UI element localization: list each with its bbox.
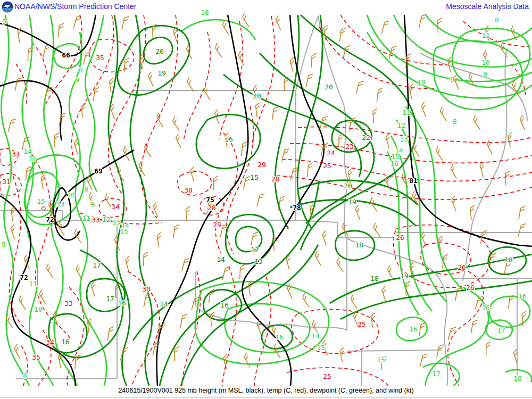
wind-barb (38, 289, 49, 304)
wind-barb (171, 117, 183, 131)
contour-line (178, 171, 212, 195)
wind-barb (153, 202, 162, 217)
wind-barb (419, 13, 426, 28)
height-label: 75 (206, 196, 214, 204)
wind-barb (214, 43, 226, 57)
dew-light-label: 9 (483, 70, 487, 78)
dew-dark-label: 20 (325, 83, 333, 91)
wind-barb (125, 256, 133, 271)
wind-barb (251, 231, 258, 246)
contour-line (196, 272, 347, 330)
wind-barb (240, 264, 245, 279)
wind-barb (186, 77, 197, 92)
wind-barb (173, 224, 179, 239)
contour-line (347, 350, 442, 386)
wind-barb (451, 196, 460, 211)
contour-line (420, 53, 528, 121)
wind-barb (519, 205, 526, 220)
wind-barb (8, 118, 16, 133)
wind-barb (311, 53, 316, 68)
temp-label: 25 (323, 162, 331, 170)
wind-barb (272, 106, 278, 121)
dew-light-label: 9 (2, 240, 6, 248)
wind-barb (409, 84, 415, 99)
wind-barb (386, 265, 397, 279)
wind-barb (182, 257, 189, 272)
wind-barb (306, 73, 313, 88)
wind-barb (257, 193, 265, 207)
wind-barb (381, 20, 389, 35)
dew-light-label: 8 (23, 372, 27, 380)
temp-label: 29 (257, 161, 266, 169)
dew-dark-label: 12 (251, 246, 259, 254)
dew-dark-label: 14 (217, 255, 225, 263)
temp-label: 34 (111, 203, 120, 211)
dew-light-label: 15 (317, 344, 325, 352)
wind-barb (508, 132, 514, 147)
wind-barb (505, 171, 510, 185)
temp-label: 25 (323, 372, 331, 380)
contour-line (282, 160, 532, 181)
wind-barb (470, 205, 476, 220)
wind-barb (282, 147, 289, 162)
wind-barb (87, 319, 93, 334)
dew-dark-label: 17 (93, 261, 101, 269)
wind-barb (518, 222, 526, 237)
wind-barb (255, 103, 261, 118)
dew-dark-label: 15 (250, 173, 259, 181)
dew-light-label: 13 (400, 135, 408, 143)
wind-barb (486, 140, 496, 155)
wind-barb (447, 57, 454, 72)
contour-line (277, 176, 532, 200)
dew-dark-label: 18 (370, 275, 379, 282)
wind-barb (243, 353, 254, 367)
contour-line (184, 32, 210, 141)
dew-light-label: 9 (76, 76, 80, 84)
contour-line (287, 368, 388, 386)
bottom-divider (0, 397, 532, 398)
contour-line (227, 106, 254, 254)
dew-dark-label: 19 (400, 272, 409, 280)
temp-label: 34 (46, 338, 54, 346)
dew-dark-label: 20 (253, 92, 261, 100)
contour-line (182, 271, 201, 386)
dew-light-label: 16 (513, 375, 522, 383)
dew-light-label: 11 (29, 280, 37, 288)
height-label: 72 (46, 215, 54, 223)
temp-label: 26 (458, 263, 466, 271)
wind-barb (244, 176, 251, 190)
wind-barb (40, 174, 47, 189)
dew-light-label: 15 (377, 356, 385, 364)
dew-light-label: 8 (495, 16, 499, 24)
wind-barb (371, 313, 377, 328)
wind-barb (472, 115, 484, 130)
dew-light-label: 16 (481, 304, 490, 312)
wind-barb (471, 319, 477, 334)
wind-barb (174, 347, 179, 361)
dew-dark-label: 17 (106, 295, 114, 303)
temp-label: 25 (358, 320, 366, 328)
wind-barb (147, 72, 157, 87)
wind-barb (385, 134, 393, 148)
temp-label: 29 (213, 221, 221, 229)
wind-barb (356, 80, 364, 95)
height-label: 72 (20, 273, 28, 281)
contour-line (226, 214, 273, 264)
dew-light-label: 12 (102, 215, 111, 223)
wind-barb (90, 281, 98, 296)
wind-barb (81, 103, 87, 118)
header-bar: NOAA/NWS/Storm Prediction Center Mesosca… (0, 0, 532, 14)
dew-light-label: 15 (37, 197, 45, 205)
wind-barb (321, 230, 330, 245)
wind-barb (58, 23, 64, 38)
wind-barb (15, 77, 22, 92)
dew-light-label: 8 (453, 118, 457, 126)
wind-barb (435, 146, 446, 161)
dew-light-label: 12 (397, 121, 405, 129)
wind-barb (340, 28, 346, 43)
dew-light-label: 13 (28, 155, 36, 163)
wind-barb (453, 74, 463, 89)
wind-barb (58, 353, 65, 368)
dew-light-label: 17 (497, 326, 505, 334)
temp-label: 35 (96, 54, 104, 62)
